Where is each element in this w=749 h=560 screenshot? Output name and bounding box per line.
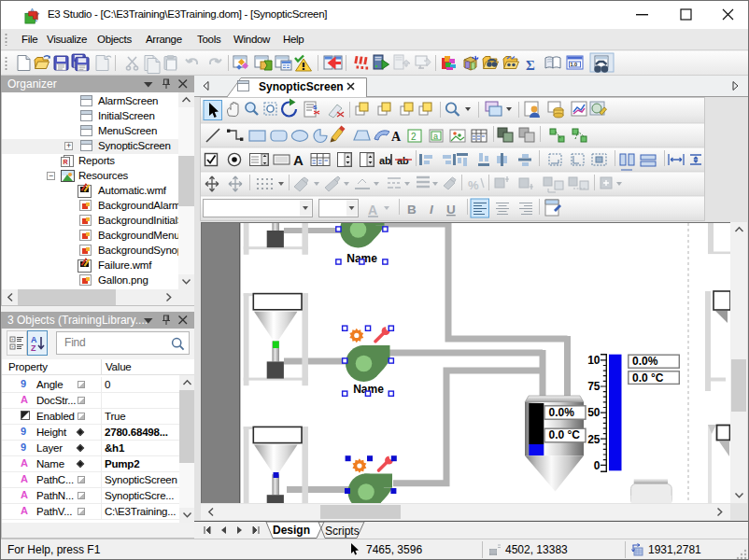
svg-text:Σ: Σ [526, 58, 535, 73]
svg-text:a: a [433, 132, 438, 141]
svg-text:ab: ab [379, 155, 391, 166]
svg-text:75: 75 [587, 380, 601, 393]
svg-text:+: + [11, 343, 14, 349]
svg-text:I: I [430, 203, 433, 217]
svg-text:0: 0 [594, 459, 601, 472]
svg-text:10: 10 [587, 354, 601, 367]
svg-text:+: + [11, 336, 14, 342]
svg-text:2: 2 [411, 132, 417, 142]
svg-text:0.0 °C: 0.0 °C [632, 371, 664, 385]
svg-text:Z: Z [31, 343, 36, 353]
svg-text:s: s [313, 103, 318, 111]
svg-text:A: A [293, 152, 304, 168]
svg-text:1.0: 1.0 [571, 62, 578, 67]
svg-text:50: 50 [587, 406, 601, 419]
svg-text:A: A [368, 203, 377, 217]
svg-text:%: % [468, 178, 479, 192]
svg-text:25: 25 [587, 433, 601, 446]
svg-text:0.0 °C: 0.0 °C [549, 428, 581, 441]
svg-text:A: A [391, 130, 402, 144]
svg-text:0.0%: 0.0% [549, 406, 575, 419]
svg-text:B: B [407, 203, 417, 217]
svg-text:ab: ab [397, 155, 409, 166]
svg-text:U: U [446, 203, 456, 217]
svg-text:0.0%: 0.0% [632, 355, 658, 368]
